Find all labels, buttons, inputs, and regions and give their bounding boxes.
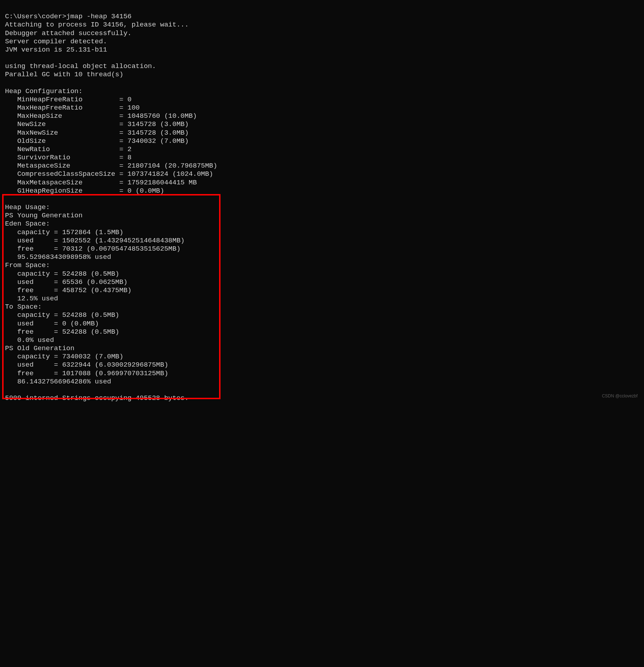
cfg-g1heapregionsize: G1HeapRegionSize = 0 (0.0MB)	[5, 187, 164, 195]
cfg-maxheapfreeratio: MaxHeapFreeRatio = 100	[5, 104, 140, 112]
eden-free: free = 70312 (0.06705474853515625MB)	[5, 245, 180, 253]
heap-usage-header: Heap Usage:	[5, 203, 50, 211]
from-header: From Space:	[5, 261, 50, 269]
cfg-metaspacesize: MetaspaceSize = 21807104 (20.796875MB)	[5, 162, 217, 170]
old-capacity: capacity = 7340032 (7.0MB)	[5, 353, 124, 361]
attach-line: Attaching to process ID 34156, please wa…	[5, 21, 189, 29]
to-used: used = 0 (0.0MB)	[5, 320, 99, 328]
compiler-line: Server compiler detected.	[5, 38, 107, 45]
eden-header: Eden Space:	[5, 220, 50, 228]
cfg-newratio: NewRatio = 2	[5, 145, 131, 153]
cfg-maxmetaspacesize: MaxMetaspaceSize = 17592186044415 MB	[5, 179, 197, 187]
debugger-line: Debugger attached successfully.	[5, 29, 131, 37]
to-capacity: capacity = 524288 (0.5MB)	[5, 311, 119, 319]
eden-capacity: capacity = 1572864 (1.5MB)	[5, 228, 124, 236]
prompt: C:\Users\coder>	[5, 13, 66, 20]
old-gen-header: PS Old Generation	[5, 344, 74, 352]
watermark: CSDN @cclovezbf	[602, 393, 638, 399]
terminal-output: C:\Users\coder>jmap -heap 34156 Attachin…	[0, 0, 644, 424]
cfg-minheapfreeratio: MinHeapFreeRatio = 0	[5, 96, 131, 103]
command: jmap -heap 34156	[66, 13, 131, 20]
gc-line: Parallel GC with 10 thread(s)	[5, 71, 124, 78]
interned-line: 5909 interned Strings occupying 495528 b…	[5, 394, 189, 402]
young-gen-header: PS Young Generation	[5, 212, 83, 219]
from-capacity: capacity = 524288 (0.5MB)	[5, 270, 119, 278]
alloc-line: using thread-local object allocation.	[5, 62, 156, 70]
from-pct: 12.5% used	[5, 295, 58, 303]
heap-config-header: Heap Configuration:	[5, 87, 83, 95]
from-free: free = 458752 (0.4375MB)	[5, 286, 131, 294]
jvm-line: JVM version is 25.131-b11	[5, 46, 107, 54]
from-used: used = 65536 (0.0625MB)	[5, 278, 127, 286]
to-header: To Space:	[5, 303, 42, 311]
cfg-survivorratio: SurvivorRatio = 8	[5, 154, 131, 161]
cfg-maxnewsize: MaxNewSize = 3145728 (3.0MB)	[5, 129, 189, 137]
old-pct: 86.14327566964286% used	[5, 378, 111, 386]
cfg-newsize: NewSize = 3145728 (3.0MB)	[5, 120, 189, 128]
cfg-oldsize: OldSize = 7340032 (7.0MB)	[5, 137, 189, 145]
cfg-compressedclassspacesize: CompressedClassSpaceSize = 1073741824 (1…	[5, 170, 213, 178]
eden-pct: 95.52968343098958% used	[5, 253, 111, 261]
to-pct: 0.0% used	[5, 336, 54, 344]
cfg-maxheapsize: MaxHeapSize = 10485760 (10.0MB)	[5, 112, 197, 120]
old-used: used = 6322944 (6.030029296875MB)	[5, 361, 168, 369]
old-free: free = 1017088 (0.969970703125MB)	[5, 369, 168, 377]
eden-used: used = 1502552 (1.4329452514648438MB)	[5, 237, 185, 245]
to-free: free = 524288 (0.5MB)	[5, 328, 119, 336]
